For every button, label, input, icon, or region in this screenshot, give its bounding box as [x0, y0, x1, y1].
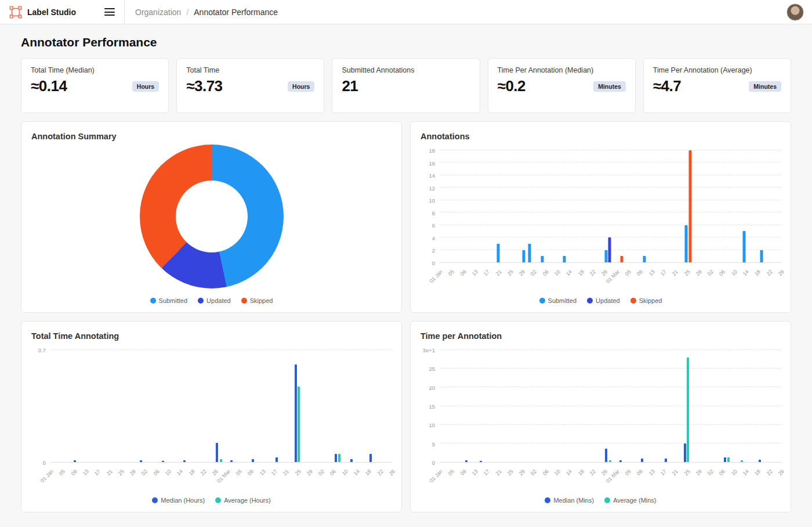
x-axis-tick: 22 — [766, 468, 774, 477]
topbar: Label Studio Organization / Annotator Pe… — [0, 0, 812, 24]
x-axis-tick: 14 — [742, 468, 750, 477]
bar-average — [609, 460, 611, 462]
chart-legend: Median (Hours)Average (Hours) — [21, 497, 401, 504]
x-axis-tick: 10 — [553, 468, 561, 477]
annotations-chart-card: Annotations 024681012141618 01 Jan050913… — [410, 121, 791, 313]
annotation-summary-card: Annotation Summary SubmittedUpdatedSkipp… — [21, 121, 402, 313]
gridline — [440, 175, 781, 175]
y-axis-tick: 10 — [429, 422, 435, 428]
legend-submitted[interactable]: Submitted — [539, 297, 577, 304]
stat-card-total-time-median: Total Time (Median) ≈0.14 Hours — [21, 58, 169, 113]
chart-legend: SubmittedUpdatedSkipped — [411, 297, 791, 304]
stat-label: Time Per Annotation (Median) — [498, 66, 626, 74]
stat-card-submitted-annotations: Submitted Annotations 21 — [332, 58, 480, 113]
legend-updated[interactable]: Updated — [198, 297, 231, 304]
bar-submitted — [497, 244, 500, 262]
breadcrumb-organization[interactable]: Organization — [135, 8, 181, 17]
legend-median-hours-[interactable]: Median (Hours) — [152, 497, 205, 504]
user-avatar[interactable] — [786, 3, 804, 21]
x-axis-tick: 17 — [659, 269, 668, 277]
bar-median — [252, 459, 254, 463]
x-axis-tick: 26 — [388, 468, 396, 477]
bar-submitted — [604, 250, 607, 262]
x-axis-tick: 21 — [282, 468, 290, 477]
x-axis-tick: 13 — [258, 468, 266, 477]
chart-title: Annotation Summary — [31, 132, 117, 141]
bar-updated — [608, 237, 611, 262]
brand[interactable]: Label Studio — [9, 6, 76, 19]
x-axis-tick: 14 — [565, 468, 573, 477]
x-axis-tick: 10 — [730, 468, 738, 477]
legend-updated[interactable]: Updated — [587, 297, 620, 304]
bar-median — [641, 459, 643, 462]
x-axis-tick: 17 — [93, 468, 102, 477]
x-axis-tick: 05 — [624, 269, 632, 277]
x-axis-tick: 09 — [636, 269, 644, 277]
x-axis-tick: 06 — [542, 468, 550, 477]
x-axis-tick: 17 — [483, 269, 491, 277]
x-axis-tick: 05 — [624, 468, 632, 477]
x-axis-tick: 06 — [718, 269, 726, 277]
bar-submitted — [541, 256, 543, 262]
x-axis-tick: 01 Jan — [429, 269, 444, 284]
legend-label: Average (Hours) — [224, 497, 271, 504]
legend-dot-icon — [630, 298, 636, 304]
bar-median — [276, 457, 278, 462]
plot-region: 024681012141618 — [420, 150, 782, 263]
bar-submitted — [528, 244, 531, 262]
legend-label: Median (Mins) — [553, 497, 594, 504]
y-axis: 05101520253e+1 — [420, 350, 440, 463]
stat-value: 21 — [342, 77, 358, 95]
y-axis-tick: 8 — [432, 210, 435, 216]
x-axis-tick: 18 — [188, 468, 196, 477]
x-axis-tick: 09 — [459, 468, 467, 477]
x-axis-tick: 26 — [777, 269, 785, 277]
bar-median — [140, 460, 142, 462]
x-axis-tick: 09 — [70, 468, 78, 477]
bar-median — [619, 460, 622, 462]
x-axis-tick: 21 — [671, 269, 679, 277]
gridline — [440, 443, 781, 443]
bar-median — [74, 460, 76, 462]
y-axis-tick: 20 — [429, 384, 435, 391]
stat-value: ≈0.2 — [498, 77, 525, 95]
menu-icon[interactable] — [104, 8, 115, 16]
bar-submitted — [563, 256, 566, 262]
x-axis-tick: 25 — [683, 468, 691, 477]
legend-submitted[interactable]: Submitted — [150, 297, 188, 304]
legend-average-hours-[interactable]: Average (Hours) — [215, 497, 271, 504]
x-axis-tick: 02 — [317, 468, 325, 477]
breadcrumb-current-page: Annotator Performance — [194, 8, 278, 17]
legend-label: Skipped — [250, 297, 273, 304]
bar-average — [338, 454, 340, 462]
gridline — [50, 349, 392, 350]
bar-skipped — [688, 150, 691, 262]
chart-title: Annotations — [420, 132, 470, 141]
x-axis-tick: 05 — [447, 269, 455, 277]
y-axis-tick: 2 — [432, 247, 435, 254]
annotation-summary-donut-chart — [140, 145, 284, 288]
legend-skipped[interactable]: Skipped — [241, 297, 273, 304]
gridline — [440, 200, 781, 200]
x-axis-tick: 09 — [636, 468, 644, 477]
stat-card-total-time: Total Time ≈3.73 Hours — [176, 58, 324, 113]
x-axis-tick: 25 — [506, 269, 514, 277]
y-axis: 00.7 — [31, 350, 50, 463]
legend-dot-icon — [152, 497, 158, 503]
legend-median-mins-[interactable]: Median (Mins) — [545, 497, 594, 504]
stat-value: ≈4.7 — [653, 77, 681, 95]
legend-average-mins-[interactable]: Average (Mins) — [604, 497, 656, 504]
gridline — [440, 212, 781, 212]
charts-row-bottom: Total Time Annotating 00.7 01 Jan0509131… — [21, 321, 791, 512]
x-axis-tick: 14 — [176, 468, 184, 477]
stat-card-time-per-annotation-median: Time Per Annotation (Median) ≈0.2 Minute… — [488, 58, 636, 113]
x-axis-tick: 14 — [742, 269, 750, 277]
legend-skipped[interactable]: Skipped — [630, 297, 662, 304]
bar-median — [369, 454, 372, 462]
chart-title: Total Time Annotating — [31, 331, 119, 341]
bar-average — [298, 387, 300, 462]
plot-region: 00.7 — [31, 350, 393, 463]
chart-legend: Median (Mins)Average (Mins) — [411, 497, 791, 504]
x-axis-tick: 22 — [376, 468, 385, 477]
y-axis-tick: 0.7 — [38, 347, 46, 353]
